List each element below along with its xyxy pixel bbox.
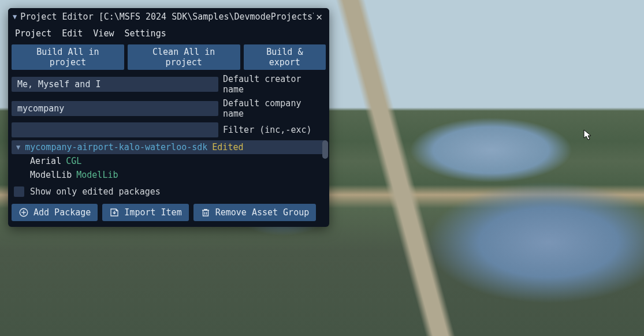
package-name: mycompany-airport-kalo-waterloo-sdk xyxy=(25,142,207,152)
build-button-row: Build All in project Clean All in projec… xyxy=(8,42,329,72)
filter-row: Filter (inc,-exc) xyxy=(8,121,329,139)
build-export-button[interactable]: Build & export xyxy=(244,44,326,70)
menu-edit[interactable]: Edit xyxy=(62,28,83,39)
asset-type: CGL xyxy=(66,156,81,166)
build-all-button[interactable]: Build All in project xyxy=(12,44,124,70)
trash-icon xyxy=(200,207,211,218)
remove-group-label: Remove Asset Group xyxy=(215,207,310,218)
import-item-button[interactable]: Import Item xyxy=(102,204,188,221)
asset-type: ModelLib xyxy=(76,170,118,180)
asset-row-modellib[interactable]: ModelLib ModelLib xyxy=(12,168,326,182)
creator-name-row: Default creator name xyxy=(8,72,329,96)
import-icon xyxy=(109,207,120,218)
company-name-label: Default company name xyxy=(223,98,326,119)
import-item-label: Import Item xyxy=(124,207,181,218)
add-package-label: Add Package xyxy=(33,207,91,218)
close-icon[interactable]: ✕ xyxy=(314,10,325,23)
menu-project[interactable]: Project xyxy=(15,28,51,39)
package-row[interactable]: ▼ mycompany-airport-kalo-waterloo-sdk Ed… xyxy=(12,140,326,154)
scrollbar-thumb[interactable] xyxy=(322,140,328,159)
titlebar[interactable]: ▼ Project Editor [C:\MSFS 2024 SDK\Sampl… xyxy=(8,8,329,25)
creator-name-input[interactable] xyxy=(12,77,218,92)
asset-name: Aerial xyxy=(30,156,61,166)
show-edited-label: Show only edited packages xyxy=(30,186,161,197)
mouse-cursor xyxy=(583,129,593,141)
menubar: Project Edit View Settings xyxy=(8,25,329,42)
expand-icon[interactable]: ▼ xyxy=(16,143,20,151)
menu-view[interactable]: View xyxy=(93,28,114,39)
collapse-icon[interactable]: ▼ xyxy=(13,13,17,21)
package-status: Edited xyxy=(212,142,243,152)
show-edited-row: Show only edited packages xyxy=(8,184,329,199)
remove-asset-group-button[interactable]: Remove Asset Group xyxy=(193,204,317,221)
filter-label: Filter (inc,-exc) xyxy=(223,125,326,135)
package-tree: ▼ mycompany-airport-kalo-waterloo-sdk Ed… xyxy=(8,139,329,184)
action-button-row: Add Package Import Item Remove Asset Gro… xyxy=(8,199,329,227)
menu-settings[interactable]: Settings xyxy=(124,28,166,39)
project-editor-panel: ▼ Project Editor [C:\MSFS 2024 SDK\Sampl… xyxy=(8,8,329,227)
window-title: Project Editor [C:\MSFS 2024 SDK\Samples… xyxy=(20,12,314,22)
company-name-input[interactable] xyxy=(12,101,218,116)
asset-name: ModelLib xyxy=(30,170,72,180)
add-package-button[interactable]: Add Package xyxy=(12,204,98,221)
plus-circle-icon xyxy=(18,207,29,218)
company-name-row: Default company name xyxy=(8,96,329,121)
asset-row-aerial[interactable]: Aerial CGL xyxy=(12,154,326,168)
clean-all-button[interactable]: Clean All in project xyxy=(128,44,240,70)
filter-input[interactable] xyxy=(12,122,218,137)
creator-name-label: Default creator name xyxy=(223,74,326,95)
show-edited-checkbox[interactable] xyxy=(14,186,24,197)
